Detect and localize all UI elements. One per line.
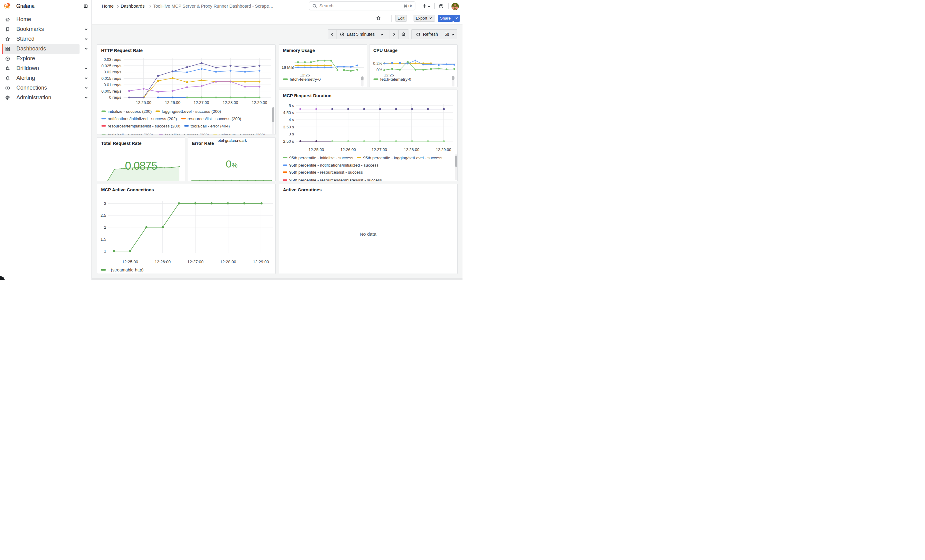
svg-text:12:25: 12:25 [384, 73, 394, 77]
svg-text:95th percentile - resources/li: 95th percentile - resources/list - succe… [289, 170, 363, 174]
svg-text:0.02 req/s: 0.02 req/s [103, 70, 121, 74]
svg-text:12:27:00: 12:27:00 [187, 260, 203, 264]
svg-text:3: 3 [104, 201, 106, 206]
svg-text:0.03 req/s: 0.03 req/s [103, 57, 121, 62]
svg-text:0 req/s: 0 req/s [109, 95, 121, 100]
svg-text:12:29:00: 12:29:00 [253, 260, 269, 264]
svg-text:4 s: 4 s [289, 117, 294, 122]
svg-text:12:25:00: 12:25:00 [122, 260, 138, 264]
svg-text:3 s: 3 s [289, 132, 294, 136]
svg-text:2: 2 [104, 225, 106, 230]
svg-text:16 MiB: 16 MiB [282, 65, 294, 70]
svg-text:2.5: 2.5 [100, 213, 106, 218]
svg-text:initialize - success (200): initialize - success (200) [108, 109, 152, 114]
svg-text:3.50 s: 3.50 s [283, 125, 294, 129]
svg-text:5 s: 5 s [289, 103, 294, 108]
svg-text:fetch-telemetry-0: fetch-telemetry-0 [380, 77, 411, 82]
svg-text:tools/call - error (404): tools/call - error (404) [191, 124, 230, 128]
svg-text:12:28:00: 12:28:00 [404, 147, 419, 152]
svg-text:1: 1 [104, 249, 106, 254]
svg-text:resources/templates/list - suc: resources/templates/list - success (200) [108, 124, 181, 128]
svg-text:12:26:00: 12:26:00 [165, 100, 181, 105]
svg-text:95th percentile - notification: 95th percentile - notifications/initiali… [289, 163, 379, 168]
svg-text:0.01 req/s: 0.01 req/s [103, 83, 121, 87]
svg-text:0%: 0% [376, 68, 382, 72]
svg-text:2.50 s: 2.50 s [283, 139, 294, 144]
svg-text:logging/setLevel - success (20: logging/setLevel - success (200) [162, 109, 221, 114]
svg-text:12:26:00: 12:26:00 [154, 260, 171, 264]
svg-text:12:29:00: 12:29:00 [252, 100, 267, 105]
svg-text:12:25: 12:25 [300, 73, 310, 77]
svg-text:12:29:00: 12:29:00 [436, 147, 452, 152]
svg-text:12:25:00: 12:25:00 [309, 147, 324, 152]
svg-text:12:27:00: 12:27:00 [372, 147, 387, 152]
svg-text:12:28:00: 12:28:00 [220, 260, 236, 264]
svg-text:0.025 req/s: 0.025 req/s [101, 64, 121, 68]
svg-text:resources/list - success (200): resources/list - success (200) [187, 116, 241, 121]
svg-text:1.5: 1.5 [100, 237, 106, 242]
svg-text:0.005 req/s: 0.005 req/s [101, 89, 121, 93]
svg-text:95th percentile - resources/te: 95th percentile - resources/templates/li… [289, 178, 382, 181]
svg-text:fetch-telemetry-0: fetch-telemetry-0 [290, 77, 321, 82]
svg-text:4.50 s: 4.50 s [283, 110, 294, 115]
svg-text:0.015 req/s: 0.015 req/s [101, 76, 121, 81]
svg-text:95th percentile - initialize -: 95th percentile - initialize - success [289, 156, 354, 160]
svg-text:unknown - success (200): unknown - success (200) [219, 133, 265, 135]
svg-text:tools/list - success (200): tools/list - success (200) [165, 133, 209, 135]
svg-text:tools/call - success (200): tools/call - success (200) [108, 133, 153, 135]
svg-text:12:28:00: 12:28:00 [222, 100, 238, 105]
svg-text:12:25:00: 12:25:00 [136, 100, 151, 105]
svg-text:12:26:00: 12:26:00 [340, 147, 356, 152]
svg-text:- (streamable-http): - (streamable-http) [108, 267, 143, 272]
svg-text:12:27:00: 12:27:00 [193, 100, 209, 105]
svg-text:notifications/initialized - su: notifications/initialized - success (202… [108, 116, 177, 121]
svg-text:0.2%: 0.2% [373, 61, 382, 66]
svg-text:95th percentile - logging/setL: 95th percentile - logging/setLevel - suc… [363, 156, 442, 160]
